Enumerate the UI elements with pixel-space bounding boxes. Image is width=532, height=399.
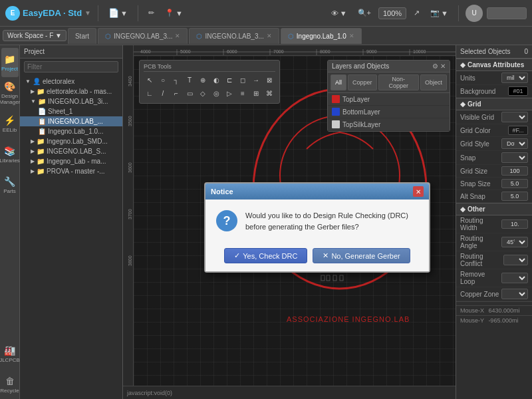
svg-rect-29	[333, 275, 336, 281]
grid-size-value[interactable]: 100	[501, 166, 528, 176]
tab-ingegno2-close[interactable]: ✕	[267, 33, 272, 39]
tab-start[interactable]: Start	[68, 28, 96, 44]
project-filter-input[interactable]	[24, 61, 118, 72]
layer-tab-all[interactable]: All	[331, 74, 346, 90]
dialog-close-btn[interactable]: ✕	[413, 186, 424, 197]
pcb-tools-panel: PCB Tools ↖ ○ ┐ T ⊕ ◐ ⊏ ◻ → ⊠ ∟ / ⌐	[139, 60, 280, 104]
tree-item-ingegno-lab-ma[interactable]: ▶ 📁 Ingegno_Lab - ma...	[20, 156, 122, 166]
tree-item-smd[interactable]: ▶ 📁 Ingegno.Lab_SMD...	[20, 136, 122, 146]
tool-half[interactable]: ◐	[210, 74, 222, 86]
layer-tab-object[interactable]: Object	[420, 74, 447, 90]
snap-dropdown[interactable]	[501, 152, 528, 163]
sidebar-item-project[interactable]: 📁 Project	[1, 48, 19, 77]
tool-rect2[interactable]: ▭	[184, 87, 196, 99]
snap-size-value[interactable]: 5.0	[501, 179, 528, 188]
camera-btn[interactable]: 📷 ▼	[427, 7, 452, 19]
routing-width-value[interactable]: 10.	[501, 219, 528, 229]
tool-circle[interactable]: ○	[157, 74, 169, 86]
routing-conflict-dropdown[interactable]	[503, 255, 528, 265]
tool-target[interactable]: ◎	[210, 87, 222, 99]
tool-grid-sq[interactable]: ⊞	[250, 87, 262, 99]
toolbar-search[interactable]	[487, 7, 527, 19]
sidebar-item-design-manager[interactable]: 🎨 Design Manager	[1, 78, 19, 108]
tab-ingegno2[interactable]: ⬡ INGEGNO.LAB_3... ✕	[189, 28, 279, 44]
notice-dialog: Notice ✕ ? Would you like to do Design R…	[204, 182, 430, 273]
routing-angle-dropdown[interactable]: 45° 90°	[501, 237, 528, 247]
tree-label-0: electoralex	[43, 78, 74, 85]
units-dropdown[interactable]: mil mm	[501, 72, 528, 83]
tool-rect[interactable]: ◻	[237, 74, 249, 86]
visible-grid-dropdown[interactable]	[501, 112, 528, 122]
tree-item-ingegno-lab1[interactable]: 📋 Ingegno.Lab_1.0...	[20, 126, 122, 136]
user-avatar[interactable]: U	[466, 5, 483, 22]
pcb-canvas[interactable]: ASSOCIAZIONE INGEGNO.LAB LAB I.	[134, 56, 456, 399]
tree-item-electoralex[interactable]: ▼ 👤 electoralex	[20, 76, 122, 86]
layers-close-btn[interactable]: ✕	[440, 63, 446, 70]
sidebar-item-libraries[interactable]: 📚 Libraries	[1, 140, 19, 169]
location-btn[interactable]: 📍 ▼	[162, 7, 186, 19]
sidebar-item-eelib[interactable]: ⚡ EELib	[1, 109, 19, 138]
section-arrow-grid: ◆	[460, 100, 466, 108]
tool-cmd[interactable]: ⌘	[263, 87, 275, 99]
tool-step[interactable]: ⌐	[170, 87, 182, 99]
tree-item-ingegno-s[interactable]: ▶ 📁 INGEGNO.LAB_S...	[20, 146, 122, 156]
eye-btn[interactable]: 👁 ▼	[328, 8, 350, 19]
remove-loop-dropdown[interactable]	[501, 273, 528, 283]
tool-xsq[interactable]: ⊠	[263, 74, 275, 86]
tree-item-elettoralex[interactable]: ▶ 📁 elettoralex.lab - mas...	[20, 86, 122, 96]
jlcpcb-icon: 🏭	[4, 345, 15, 356]
layers-settings-btn[interactable]: ⚙	[432, 63, 438, 70]
routing-angle-row: Routing Angle 45° 90°	[456, 233, 532, 251]
layer-bottomlayer[interactable]: BottomLayer	[328, 106, 450, 118]
routing-angle-label: Routing Angle	[460, 235, 501, 249]
workspace-selector[interactable]: Work Space - F ▼	[3, 30, 66, 41]
toplayer-label: TopLayer	[342, 96, 370, 103]
tool-arrow[interactable]: →	[250, 74, 262, 86]
sidebar-item-recycle[interactable]: 🗑 Recycle	[1, 370, 19, 399]
pencil-btn[interactable]: ✏	[145, 7, 158, 19]
tool-diamond[interactable]: ◇	[197, 87, 209, 99]
zoom-in-btn[interactable]: 🔍+	[354, 7, 374, 19]
layer-toplayer[interactable]: TopLayer	[328, 93, 450, 106]
tab-ingegno3[interactable]: ⬡ Ingegno.Lab_1.0 ✕	[281, 28, 362, 44]
tree-item-ingegno-folder[interactable]: ▼ 📁 INGEGNO.LAB_3i...	[20, 96, 122, 106]
tool-cross[interactable]: ⊕	[197, 74, 209, 86]
svg-text:3700: 3700	[128, 209, 132, 219]
tree-item-ingegno-selected[interactable]: 📋 INGEGNO.LAB_...	[20, 116, 122, 126]
tree-item-prova[interactable]: ▶ 📁 PROVA - master -...	[20, 166, 122, 176]
tab-ingegno1-close[interactable]: ✕	[175, 33, 180, 39]
sidebar-item-jlcpcb[interactable]: 🏭 JLCPCB	[1, 339, 19, 368]
tab-ingegno3-close[interactable]: ✕	[349, 33, 354, 39]
alt-snap-value[interactable]: 5.0	[501, 192, 528, 201]
layer-topsilk[interactable]: TopSilkLayer	[328, 118, 450, 131]
recycle-icon: 🗑	[5, 376, 15, 386]
tool-text[interactable]: T	[184, 74, 196, 86]
tool-lines[interactable]: ≡	[237, 87, 249, 99]
grid-color-value[interactable]: #F...	[508, 126, 528, 135]
canvas-area[interactable]: 4000 5000 6000 7000 8000 9000 10000	[123, 45, 456, 399]
routing-width-label: Routing Width	[460, 217, 501, 231]
tool-line[interactable]: /	[157, 87, 169, 99]
layer-tab-noncopper[interactable]: Non-Copper	[378, 74, 419, 90]
tree-item-sheet1[interactable]: 📄 Sheet_1	[20, 106, 122, 116]
background-value[interactable]: #01	[508, 86, 528, 96]
zoom-level[interactable]: 100%	[378, 7, 406, 19]
pencil-icon: ✏	[148, 9, 154, 17]
tab-ingegno1-icon: ⬡	[105, 33, 111, 40]
export-btn[interactable]: ↗	[410, 7, 423, 19]
tab-ingegno1[interactable]: ⬡ INGEGNO.LAB_3... ✕	[98, 28, 188, 44]
layer-tab-copper[interactable]: Copper	[348, 74, 377, 90]
dialog-yes-btn[interactable]: ✓ Yes, Check DRC	[224, 248, 307, 263]
dialog-no-btn[interactable]: ✕ No, Generate Gerber	[313, 248, 410, 263]
file-menu-btn[interactable]: 📄 ▼	[105, 7, 131, 19]
tool-tri[interactable]: ▷	[223, 87, 235, 99]
svg-text:3800: 3800	[128, 255, 132, 266]
tool-angle[interactable]: ∟	[144, 87, 156, 99]
tool-corner[interactable]: ┐	[170, 74, 182, 86]
sidebar-item-parts[interactable]: 🔧 Parts	[1, 170, 19, 200]
tool-cursor[interactable]: ↖	[144, 74, 156, 86]
mouse-x-value: 6430.000mi	[489, 307, 520, 314]
grid-style-dropdown[interactable]: Dot Line	[501, 138, 528, 149]
copper-zone-dropdown[interactable]	[501, 289, 528, 299]
tool-bracket[interactable]: ⊏	[223, 74, 235, 86]
